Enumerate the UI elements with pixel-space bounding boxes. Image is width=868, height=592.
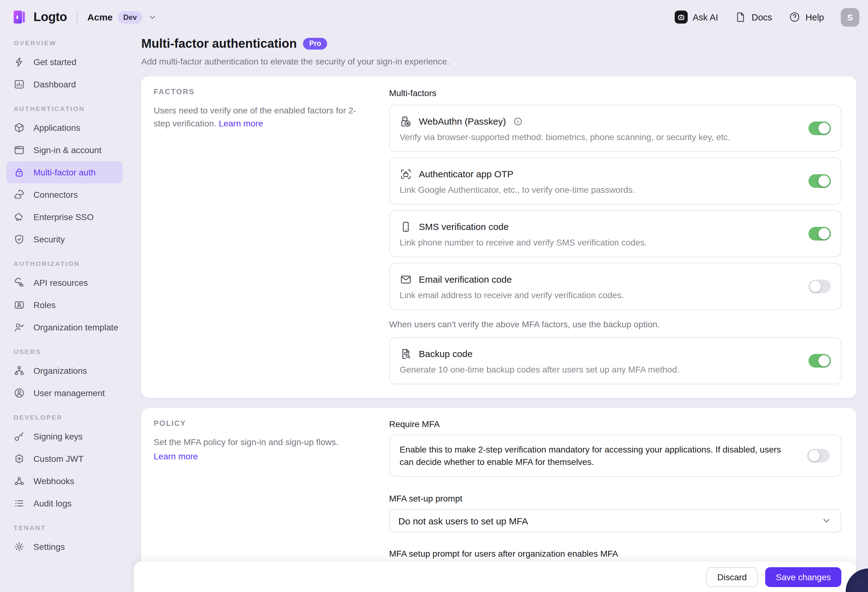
sidebar-item-get-started[interactable]: Get started [6,51,123,73]
sidebar-item-label: Dashboard [34,79,76,89]
sidebar-item-label: Signing keys [34,431,83,441]
require-mfa-row: Enable this to make 2-step verification … [389,435,841,477]
list-icon [13,498,25,509]
factors-card-intro: FACTORS Users need to verify one of the … [154,87,369,384]
mfa-setup-prompt-select[interactable]: Do not ask users to set up MFA [389,509,841,533]
sidebar-item-connectors[interactable]: Connectors [6,184,123,206]
ask-ai-icon [675,10,688,24]
sidebar-item-enterprise-sso[interactable]: Enterprise SSO [6,206,123,228]
avatar[interactable]: S [841,8,859,26]
sidebar-item-organizations[interactable]: Organizations [6,360,123,382]
save-changes-button[interactable]: Save changes [765,567,841,587]
sidebar-item-webhooks[interactable]: Webhooks [6,470,123,492]
logto-logo-icon [11,9,28,25]
sidebar-section-tenant: TENANT [13,524,115,531]
page-header: Multi-factor authentication Pro [141,37,856,51]
sidebar-item-applications[interactable]: Applications [6,117,123,139]
sidebar-section-overview: OVERVIEW [13,39,115,46]
sidebar-item-label: Sign-in & account [34,145,101,155]
docs-icon [735,11,747,23]
factor-description: Link phone number to receive and verify … [400,237,797,247]
sms-toggle[interactable] [809,227,831,241]
tenant-selector[interactable]: Acme Dev [87,11,157,23]
sidebar-item-label: Audit logs [34,499,72,508]
factor-description: Link Google Authenticator, etc., to veri… [400,184,797,194]
factor-name: SMS verification code [419,221,509,232]
sidebar-item-user-management[interactable]: User management [6,382,123,404]
topbar-actions: Ask AI Docs [675,8,859,26]
sidebar-item-custom-jwt[interactable]: Custom JWT [6,448,123,470]
sidebar-item-label: Get started [34,57,77,67]
discard-button[interactable]: Discard [706,567,758,587]
sidebar-item-label: Applications [34,123,80,133]
factors-card: FACTORS Users need to verify one of the … [141,76,856,398]
factors-learn-more-link[interactable]: Learn more [219,118,263,128]
document-search-icon [400,348,412,360]
passkey-icon [400,115,412,127]
factors-card-body: Multi-factors WebAuthn (Passkey) Verify … [389,87,841,384]
logto-brand[interactable]: Logto [11,9,67,25]
sidebar-item-multi-factor-auth[interactable]: Multi-factor auth [6,161,123,184]
sidebar-item-organization-template[interactable]: Organization template [6,316,123,339]
cube-icon [13,122,25,133]
sidebar-item-settings[interactable]: Settings [6,536,123,558]
require-mfa-description: Enable this to make 2-step verification … [400,443,796,468]
sidebar-item-sign-in-account[interactable]: Sign-in & account [6,139,123,161]
help-button[interactable]: Help [789,11,824,23]
sidebar-item-label: Organizations [34,366,87,376]
sidebar-item-label: Roles [34,300,56,310]
topbar: Logto Acme Dev Ask AI [0,0,868,34]
chevron-down-icon [821,515,832,526]
badge-plus-icon [13,453,25,464]
id-card-icon [13,299,25,311]
bar-chart-icon [13,79,25,90]
docs-button[interactable]: Docs [735,11,772,23]
brand-wordmark: Logto [34,10,67,24]
docs-label: Docs [751,12,772,22]
backup-code-toggle[interactable] [809,354,831,368]
factor-row-backup-code: Backup code Generate 10 one-time backup … [389,337,841,384]
sidebar-item-label: Custom JWT [34,454,84,464]
factors-section-label: FACTORS [154,87,369,96]
mfa-setup-prompt-value: Do not ask users to set up MFA [399,515,528,526]
sidebar-item-roles[interactable]: Roles [6,294,123,316]
sidebar-item-signing-keys[interactable]: Signing keys [6,425,123,448]
policy-section-desc-text: Set the MFA policy for sign-in and sign-… [154,437,338,447]
pro-badge: Pro [303,38,327,50]
envelope-icon [400,273,412,286]
sidebar-item-security[interactable]: Security [6,228,123,250]
require-mfa-label: Require MFA [389,419,841,429]
backup-note: When users can't verify the above MFA fa… [389,319,841,329]
factor-row-authenticator-otp: Authenticator app OTP Link Google Authen… [389,157,841,204]
sidebar-item-dashboard[interactable]: Dashboard [6,73,123,95]
chevron-down-icon [148,12,157,22]
sidebar-item-label: Organization template [34,322,118,332]
require-mfa-toggle[interactable] [807,449,830,462]
info-icon[interactable] [513,116,523,126]
sidebar-item-api-resources[interactable]: API resources [6,271,123,294]
sidebar-item-audit-logs[interactable]: Audit logs [6,492,123,515]
user-circle-icon [13,388,25,399]
save-bar: Discard Save changes [134,562,856,592]
factor-row-webauthn: WebAuthn (Passkey) Verify via browser-su… [389,105,841,152]
factor-name: WebAuthn (Passkey) [419,116,506,126]
ask-ai-label: Ask AI [693,12,718,22]
factors-section-description: Users need to verify one of the enabled … [154,104,369,130]
page-subtitle: Add multi-factor authentication to eleva… [141,56,856,66]
gear-icon [13,541,25,552]
webauthn-toggle[interactable] [809,121,831,135]
sidebar-item-label: Enterprise SSO [34,212,94,222]
sidebar-section-authorization: AUTHORIZATION [13,260,115,267]
sidebar-item-label: Settings [34,542,65,552]
org-mfa-setup-prompt-label: MFA setup prompt for users after organiz… [389,549,841,558]
browser-icon [13,144,25,155]
factor-row-email: Email verification code Link email addre… [389,263,841,310]
email-toggle[interactable] [809,280,831,293]
sidebar-item-label: Security [34,234,65,244]
policy-learn-more-link[interactable]: Learn more [154,450,198,463]
authenticator-otp-toggle[interactable] [809,174,831,188]
factor-row-sms: SMS verification code Link phone number … [389,210,841,257]
factor-name: Email verification code [419,274,512,284]
ask-ai-button[interactable]: Ask AI [675,10,718,24]
multi-factors-title: Multi-factors [389,88,841,98]
